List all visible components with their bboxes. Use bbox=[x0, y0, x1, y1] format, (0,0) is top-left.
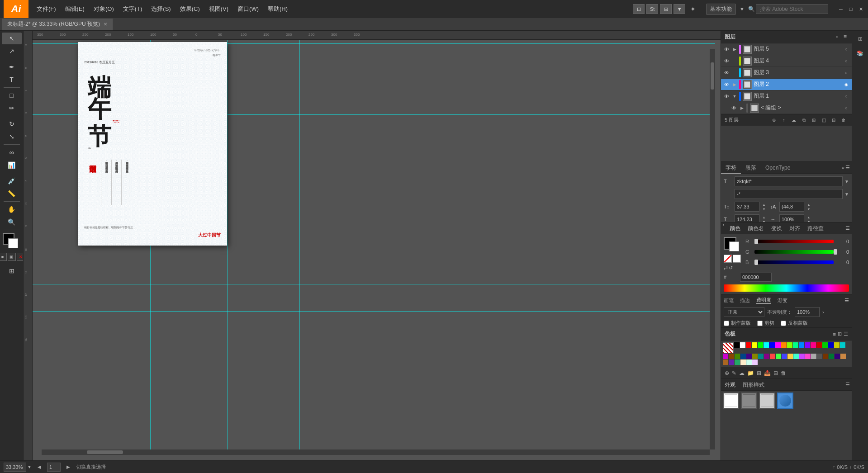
scale-tool[interactable]: ⤡ bbox=[2, 131, 22, 142]
swatch-cell[interactable] bbox=[775, 342, 781, 348]
layer-visibility-group[interactable]: 👁 bbox=[730, 104, 737, 112]
layer-mask-btn[interactable]: ⊟ bbox=[829, 116, 838, 124]
menu-text[interactable]: 文字(T) bbox=[119, 0, 147, 18]
menu-window[interactable]: 窗口(W) bbox=[233, 0, 263, 18]
layer-row-1[interactable]: 👁 ▼ 图层 1 ○ bbox=[721, 90, 852, 102]
measure-tool[interactable]: 📏 bbox=[2, 188, 22, 199]
swatch-merge-btn[interactable]: ⊟ bbox=[773, 370, 778, 376]
swatch-cell[interactable] bbox=[758, 342, 763, 348]
layer-arrow-4[interactable] bbox=[732, 58, 737, 64]
background-swatch[interactable] bbox=[8, 238, 18, 248]
st-icon[interactable]: St bbox=[646, 4, 658, 14]
layers-panel-collapse[interactable]: « bbox=[834, 34, 840, 40]
feather-btn[interactable]: ✦ bbox=[687, 4, 699, 14]
layer-arrow-2[interactable]: ▶ bbox=[732, 82, 737, 87]
r-slider[interactable] bbox=[754, 240, 834, 243]
control-panel-btn[interactable]: ⊡ bbox=[633, 4, 645, 14]
g-slider[interactable] bbox=[754, 250, 834, 254]
layer-lock-4[interactable]: ○ bbox=[843, 57, 850, 65]
swatch-cell[interactable] bbox=[823, 354, 828, 359]
swatch-cell[interactable] bbox=[787, 342, 792, 348]
layer-lock-2[interactable]: ◉ bbox=[843, 81, 850, 88]
rotate-tool[interactable]: ↻ bbox=[2, 118, 22, 130]
scale-h-up[interactable]: ▲ bbox=[806, 215, 811, 219]
menu-file[interactable]: 文件(F) bbox=[32, 0, 61, 18]
font-size-up[interactable]: ▲ bbox=[761, 202, 767, 207]
color-special-1[interactable] bbox=[724, 255, 732, 263]
font-size-down[interactable]: ▼ bbox=[761, 207, 767, 211]
direct-selection-tool[interactable]: ↗ bbox=[2, 45, 22, 57]
tab-paragraph[interactable]: 段落 bbox=[741, 162, 761, 174]
layer-visibility-5[interactable]: 👁 bbox=[723, 46, 730, 53]
line-height-up[interactable]: ▲ bbox=[806, 202, 811, 207]
swatch-cell[interactable] bbox=[799, 342, 804, 348]
layer-row-group[interactable]: 👁 ▶ < 编组 > ○ bbox=[721, 102, 852, 114]
swatch-cell[interactable] bbox=[735, 359, 740, 365]
swatch-cell[interactable] bbox=[729, 359, 734, 365]
menu-select[interactable]: 选择(S) bbox=[147, 0, 175, 18]
swatch-cell[interactable] bbox=[752, 354, 758, 359]
color-spectrum[interactable] bbox=[724, 284, 849, 292]
swatch-cell[interactable] bbox=[793, 354, 799, 359]
layers-panel-menu[interactable]: ☰ bbox=[842, 34, 848, 40]
layer-arrow-1[interactable]: ▼ bbox=[732, 94, 737, 99]
nav-prev-btn[interactable]: ◀ bbox=[35, 463, 43, 471]
close-btn[interactable]: ✕ bbox=[857, 5, 864, 13]
line-height-input[interactable] bbox=[779, 202, 804, 212]
swatch-cloud-btn[interactable]: ☁ bbox=[739, 370, 745, 376]
layer-arrow-5[interactable]: ▶ bbox=[732, 47, 737, 52]
selection-tool[interactable]: ↖ bbox=[2, 33, 22, 44]
color-tab-pathfinder[interactable]: 路径查 bbox=[804, 222, 827, 234]
swatch-cell[interactable] bbox=[769, 342, 775, 348]
swatch-cell[interactable] bbox=[793, 342, 798, 348]
tab-close-icon[interactable]: ✕ bbox=[104, 22, 107, 27]
hex-input[interactable] bbox=[740, 273, 772, 282]
workspace-btn[interactable]: 基本功能 bbox=[706, 4, 736, 15]
maximize-btn[interactable]: □ bbox=[847, 5, 854, 13]
color-panel-menu[interactable]: ☰ bbox=[845, 225, 850, 231]
color-tab-transform[interactable]: 变换 bbox=[768, 222, 786, 234]
invert-checkbox[interactable] bbox=[781, 321, 786, 326]
pen-tool[interactable]: ✒ bbox=[2, 61, 22, 73]
minimize-btn[interactable]: ─ bbox=[837, 5, 844, 13]
zoom-tool[interactable]: 🔍 bbox=[2, 216, 22, 228]
layer-arrow-3[interactable] bbox=[732, 70, 737, 76]
swatch-cell[interactable] bbox=[822, 342, 828, 348]
screen-mode-btn[interactable]: ⊞ bbox=[2, 265, 22, 277]
make-mask-checkbox[interactable] bbox=[724, 321, 729, 326]
swatch-cell[interactable] bbox=[805, 354, 811, 359]
color-expand-btn[interactable]: › bbox=[721, 222, 726, 234]
properties-btn[interactable]: ⊞ bbox=[854, 33, 867, 45]
swatch-cell[interactable] bbox=[799, 354, 805, 359]
graphic-style-1[interactable] bbox=[723, 393, 739, 409]
swatch-cell[interactable] bbox=[735, 354, 740, 359]
swatch-cell[interactable] bbox=[811, 342, 816, 348]
swatch-cell[interactable] bbox=[752, 342, 757, 348]
menu-edit[interactable]: 编辑(E) bbox=[61, 0, 89, 18]
swatch-cell[interactable] bbox=[828, 342, 834, 348]
document-tab[interactable]: 未标题-2* @ 33.33% (RGB/GPU 预览) ✕ bbox=[2, 19, 113, 30]
none-btn[interactable]: ✕ bbox=[17, 253, 24, 261]
swatch-cell[interactable] bbox=[840, 354, 846, 359]
text-tool[interactable]: T bbox=[2, 74, 22, 85]
swatch-cell[interactable] bbox=[829, 354, 834, 359]
solid-color-btn[interactable]: ■ bbox=[0, 253, 7, 261]
scrollbar-vertical[interactable] bbox=[710, 49, 715, 449]
clip-checkbox[interactable] bbox=[757, 321, 763, 326]
swatch-cell[interactable] bbox=[746, 354, 752, 359]
menu-view[interactable]: 视图(V) bbox=[204, 0, 233, 18]
layer-clip-btn[interactable]: ◫ bbox=[819, 116, 828, 124]
color-reset-btn[interactable]: ↺ bbox=[729, 265, 733, 271]
layer-lock-1[interactable]: ○ bbox=[843, 93, 850, 100]
graph-tool[interactable]: 📊 bbox=[2, 159, 22, 171]
swatch-cell[interactable] bbox=[740, 342, 745, 348]
scroll-thumb-horizontal[interactable] bbox=[87, 450, 123, 454]
g-thumb[interactable] bbox=[834, 249, 837, 255]
swatch-edit-btn[interactable]: ✎ bbox=[732, 370, 736, 376]
graphic-style-2[interactable] bbox=[741, 393, 757, 409]
layer-lock-5[interactable]: ○ bbox=[843, 46, 850, 53]
swatch-cell[interactable] bbox=[746, 359, 752, 365]
swatch-groups-btn[interactable]: ⊞ bbox=[757, 370, 761, 376]
color-bg-swatch[interactable] bbox=[729, 241, 739, 251]
grid-btn[interactable]: ⊞ bbox=[660, 4, 672, 14]
